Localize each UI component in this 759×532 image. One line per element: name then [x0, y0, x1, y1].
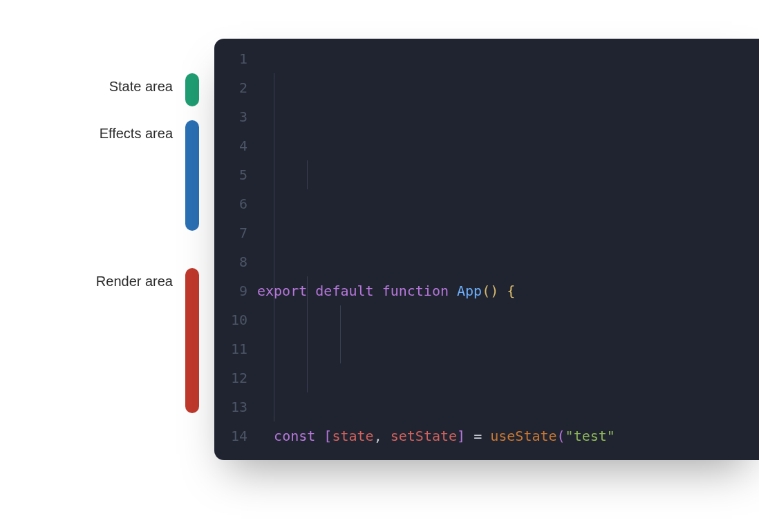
kw-function: function: [382, 283, 449, 299]
legend-label-effects: Effects area: [100, 120, 173, 142]
legend-label-state: State area: [109, 73, 173, 95]
line-number: 6: [214, 189, 247, 218]
code-line: export default function App() {: [257, 276, 759, 305]
line-number: 2: [214, 73, 247, 102]
var-state: state: [332, 428, 373, 444]
code-line: const [state, setState] = useState("test…: [257, 421, 759, 450]
code-area-legend: State area Effects area Render area: [0, 73, 214, 413]
code-editor-window: 1 2 3 4 5 6 7 8 9 10 11 12 13 14 export …: [214, 39, 759, 460]
code-area[interactable]: 1 2 3 4 5 6 7 8 9 10 11 12 13 14 export …: [214, 39, 759, 460]
legend-row-render: Render area: [0, 268, 214, 413]
kw-export: export: [257, 283, 307, 299]
line-number: 3: [214, 102, 247, 131]
var-setstate: setState: [391, 428, 457, 444]
indent-guide: [340, 305, 341, 363]
line-number: 14: [214, 421, 247, 450]
fn-usestate: useState: [490, 428, 556, 444]
line-number: 7: [214, 218, 247, 247]
line-number-gutter: 1 2 3 4 5 6 7 8 9 10 11 12 13 14: [214, 44, 257, 460]
legend-pill-effects: [185, 120, 199, 231]
legend-row-effects: Effects area: [0, 120, 214, 231]
indent-guide: [274, 73, 274, 421]
line-number: 13: [214, 392, 247, 421]
legend-pill-state: [185, 73, 199, 106]
line-number: 5: [214, 160, 247, 189]
line-number: 10: [214, 305, 247, 334]
legend-label-render: Render area: [96, 268, 173, 289]
line-number: 1: [214, 44, 247, 73]
line-number: 8: [214, 247, 247, 276]
legend-pill-render: [185, 268, 199, 413]
code-content[interactable]: export default function App() { const [s…: [257, 44, 759, 460]
line-number: 12: [214, 363, 247, 392]
kw-default: default: [315, 283, 373, 299]
legend-row-state: State area: [0, 73, 214, 106]
fn-app: App: [457, 283, 482, 299]
line-number: 4: [214, 131, 247, 160]
indent-guide: [307, 160, 308, 189]
line-number: 9: [214, 276, 247, 305]
kw-const: const: [274, 428, 315, 444]
line-number: 11: [214, 334, 247, 363]
